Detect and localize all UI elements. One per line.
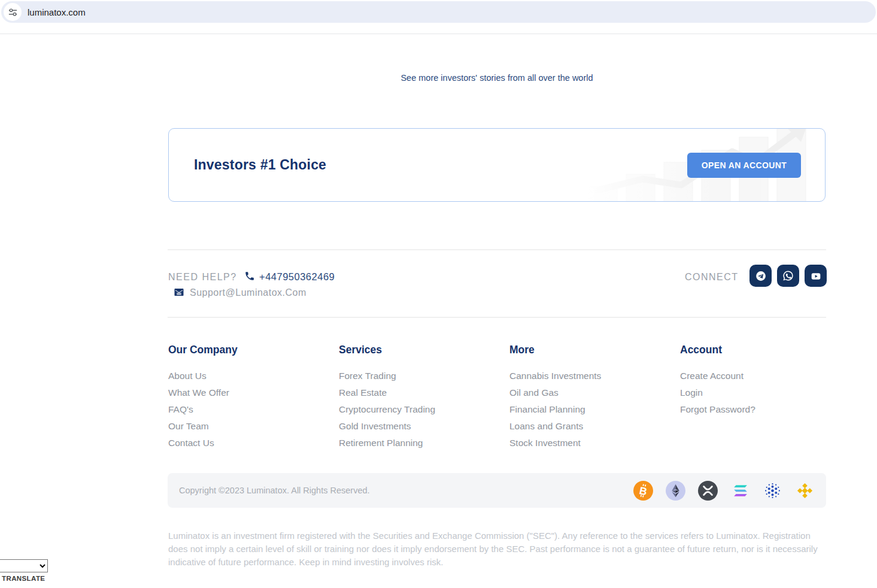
connect-label: CONNECT xyxy=(685,272,739,283)
copyright-text: Copyright ©2023 Luminatox. All Rights Re… xyxy=(179,486,370,495)
footer-link[interactable]: Cryptocurrency Trading xyxy=(339,404,503,421)
help-connect-row: NEED HELP? +447950362469 Support@Luminat… xyxy=(168,263,826,305)
cta-banner: Investors #1 Choice OPEN AN ACCOUNT xyxy=(168,128,826,202)
footer-link[interactable]: Login xyxy=(680,387,845,404)
xrp-icon xyxy=(698,481,718,501)
footer-column-services: Services Forex TradingReal EstateCryptoc… xyxy=(339,344,503,454)
translate-label: TRANSLATE xyxy=(2,575,45,582)
stories-link[interactable]: See more investors' stories from all ove… xyxy=(168,73,826,83)
footer-link[interactable]: Forgot Password? xyxy=(680,404,845,421)
banner-title: Investors #1 Choice xyxy=(194,157,326,173)
footer-column-more: More Cannabis InvestmentsOil and GasFina… xyxy=(509,344,674,454)
email-icon xyxy=(174,287,184,300)
footer-link[interactable]: Contact Us xyxy=(168,438,333,454)
footer-link[interactable]: Retirement Planning xyxy=(339,438,503,454)
footer-link[interactable]: Create Account xyxy=(680,371,845,387)
column-title: Account xyxy=(680,344,845,356)
column-title: Our Company xyxy=(168,344,333,356)
page-content: See more investors' stories from all ove… xyxy=(168,34,826,588)
footer-column-account: Account Create AccountLoginForgot Passwo… xyxy=(680,344,845,421)
url-text[interactable]: luminatox.com xyxy=(28,7,86,17)
footer-link[interactable]: Cannabis Investments xyxy=(509,371,674,387)
footer-link[interactable]: Loans and Grants xyxy=(509,421,674,438)
support-email[interactable]: Support@Luminatox.Com xyxy=(190,287,307,298)
ethereum-icon xyxy=(666,481,685,501)
translate-language-select[interactable] xyxy=(0,559,48,572)
column-title: Services xyxy=(339,344,503,356)
footer-link[interactable]: Our Team xyxy=(168,421,333,438)
footer-link[interactable]: Real Estate xyxy=(339,387,503,404)
footer-link[interactable]: About Us xyxy=(168,371,333,387)
cardano-icon xyxy=(763,481,782,501)
solana-icon xyxy=(730,481,750,501)
browser-address-bar[interactable]: luminatox.com xyxy=(1,1,876,23)
footer-link[interactable]: Stock Investment xyxy=(509,438,674,454)
footer-link[interactable]: Financial Planning xyxy=(509,404,674,421)
footer-link[interactable]: Gold Investments xyxy=(339,421,503,438)
open-account-button[interactable]: OPEN AN ACCOUNT xyxy=(687,153,801,178)
site-settings-icon[interactable] xyxy=(4,3,22,21)
phone-icon xyxy=(244,271,255,284)
support-phone[interactable]: +447950362469 xyxy=(259,271,335,283)
footer-link[interactable]: What We Offer xyxy=(168,387,333,404)
youtube-icon[interactable] xyxy=(805,265,827,287)
footer-link[interactable]: FAQ's xyxy=(168,404,333,421)
footer-link[interactable]: Oil and Gas xyxy=(509,387,674,404)
footer-link[interactable]: Forex Trading xyxy=(339,371,503,387)
footer-column-our-company: Our Company About UsWhat We OfferFAQ'sOu… xyxy=(168,344,333,454)
whatsapp-icon[interactable] xyxy=(777,265,799,287)
legal-disclaimer: Luminatox is an investment firm register… xyxy=(168,529,827,569)
binance-icon xyxy=(795,481,815,501)
telegram-icon[interactable] xyxy=(749,265,772,287)
bitcoin-icon: B xyxy=(633,481,653,501)
need-help-label: NEED HELP? xyxy=(168,272,237,283)
crypto-icons-row: B xyxy=(633,481,815,501)
divider xyxy=(168,249,826,250)
divider xyxy=(168,317,826,318)
copyright-bar: Copyright ©2023 Luminatox. All Rights Re… xyxy=(168,473,826,508)
column-title: More xyxy=(509,344,674,356)
